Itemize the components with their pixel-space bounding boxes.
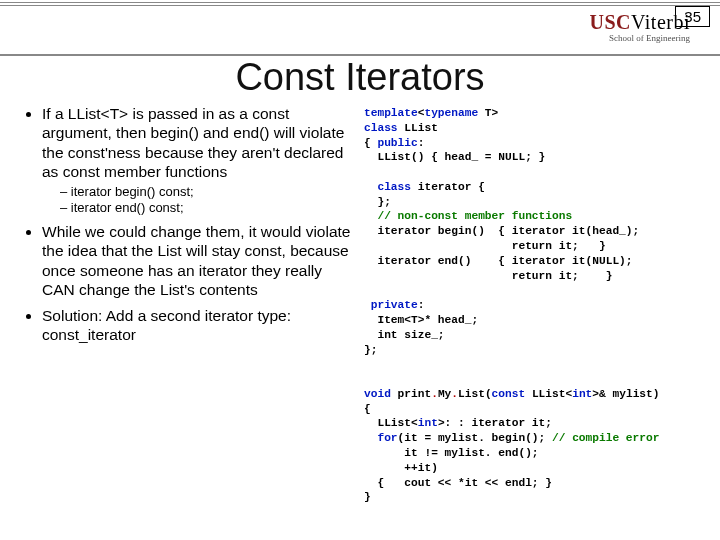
code-t: }; — [364, 196, 391, 208]
code-t: } — [364, 491, 371, 503]
kw-class: class — [364, 122, 398, 134]
code-t: Item<T>* head_; — [364, 314, 478, 326]
code-t — [364, 299, 371, 311]
code-t: >: : iterator it; — [438, 417, 552, 429]
logo-viterbi: Viterbi — [631, 11, 690, 33]
kw-void: void — [364, 388, 391, 400]
left-column: If a LList<T> is passed in as a const ar… — [0, 104, 360, 540]
dash-1: iterator begin() const; — [60, 184, 352, 200]
slide-title: Const Iterators — [0, 56, 720, 99]
right-column: template<typename T> class LList { publi… — [360, 104, 720, 540]
kw-template: template — [364, 107, 418, 119]
comment: // non-const member functions — [377, 210, 572, 222]
kw-private: private — [371, 299, 418, 311]
usc-viterbi-logo: USCViterbi School of Engineering — [590, 12, 690, 43]
code-t: iterator begin() { iterator it(head_); — [364, 225, 639, 237]
code-t: int size_; — [364, 329, 445, 341]
dash-list: iterator begin() const; iterator end() c… — [42, 184, 352, 217]
code-t: { — [364, 137, 377, 149]
slide-body: If a LList<T> is passed in as a const ar… — [0, 104, 720, 540]
kw-typename: typename — [424, 107, 478, 119]
kw-class: class — [377, 181, 411, 193]
code-t: return it; } — [364, 240, 606, 252]
code-t — [364, 210, 377, 222]
code-t: (it = mylist. begin(); — [398, 432, 552, 444]
code-t: LList< — [525, 388, 572, 400]
code-t: LList — [398, 122, 438, 134]
code-t: LList< — [364, 417, 418, 429]
code-t — [364, 181, 377, 193]
code-t: T> — [478, 107, 498, 119]
code-t: { cout << *it << endl; } — [364, 477, 552, 489]
dash-2: iterator end() const; — [60, 200, 352, 216]
code-block: template<typename T> class LList { publi… — [364, 106, 712, 505]
code-t: }; — [364, 344, 377, 356]
code-t: it != mylist. end(); — [364, 447, 539, 459]
kw-const: const — [492, 388, 526, 400]
bullet-1: If a LList<T> is passed in as a const ar… — [42, 104, 352, 216]
code-t: return it; } — [364, 270, 612, 282]
logo-usc: USC — [590, 11, 632, 33]
code-t: iterator end() { iterator it(NULL); — [364, 255, 633, 267]
code-t: iterator { — [411, 181, 485, 193]
bullet-1-text: If a LList<T> is passed in as a const ar… — [42, 105, 344, 180]
kw-int: int — [418, 417, 438, 429]
code-t: { — [364, 403, 371, 415]
code-t — [364, 432, 377, 444]
bullet-list: If a LList<T> is passed in as a const ar… — [26, 104, 352, 344]
code-t: LList() { head_ = NULL; } — [364, 151, 545, 163]
code-t: ++it) — [364, 462, 438, 474]
kw-public: public — [377, 137, 417, 149]
top-rule — [0, 2, 720, 6]
bullet-3: Solution: Add a second iterator type: co… — [42, 306, 352, 345]
code-t: : — [418, 137, 425, 149]
code-t: >& mylist) — [592, 388, 659, 400]
code-t: My — [438, 388, 451, 400]
kw-int: int — [572, 388, 592, 400]
comment: // compile error — [552, 432, 659, 444]
logo-subtitle: School of Engineering — [590, 34, 690, 43]
bullet-2: While we could change them, it would vio… — [42, 222, 352, 300]
code-t: : — [418, 299, 425, 311]
code-t: . — [431, 388, 438, 400]
code-t: List( — [458, 388, 492, 400]
code-t: print — [391, 388, 431, 400]
kw-for: for — [377, 432, 397, 444]
